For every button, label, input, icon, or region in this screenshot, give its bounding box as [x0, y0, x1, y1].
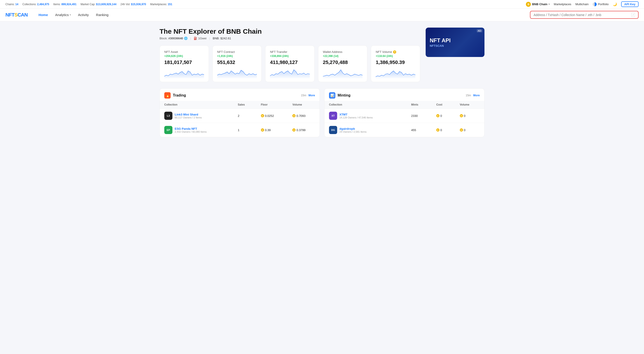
bnb-icon: B	[460, 114, 463, 117]
collection-sub: 24 Owners / 2,581 Items	[340, 130, 366, 133]
collection-sub: 2,432 Owners / 60,080 Items	[175, 130, 206, 133]
ad-sub: NFTSCAN	[430, 44, 480, 47]
floor-cell: B 0.0252	[256, 109, 288, 123]
search-container: /	[530, 11, 638, 19]
portfolio-nav-link[interactable]: Portfolio	[593, 2, 609, 6]
th-floor: Floor	[256, 101, 288, 109]
marketplaces-stat: Marketplaces: 151	[150, 3, 172, 6]
vol-stat: 24h Vol: $15,936,970	[120, 3, 146, 6]
sales-cell: 2	[233, 109, 256, 123]
th-m-mints: Mints	[407, 101, 432, 109]
main-nav: NFTSCAN Home Analytics ▾ Activity Rankin…	[0, 8, 644, 21]
marketplaces-nav-link[interactable]: Marketplaces	[554, 2, 571, 6]
trading-icon: 🔥	[164, 92, 170, 99]
trading-table: Collection Sales Floor Volume L3 Link3 M…	[160, 101, 320, 137]
site-logo[interactable]: NFTSCAN	[6, 12, 28, 18]
th-collection: Collection	[160, 101, 233, 109]
bnb-icon: B	[393, 50, 396, 53]
nav-home[interactable]: Home	[38, 12, 48, 18]
mints-cell: 455	[407, 123, 432, 137]
portfolio-icon	[593, 2, 597, 6]
collection-avatar: L3	[164, 112, 172, 120]
bnb-icon: B	[436, 114, 440, 117]
bnb-icon: B	[292, 114, 296, 117]
dark-mode-toggle[interactable]: 🌙	[613, 2, 617, 6]
collection-name[interactable]: XTMT	[340, 113, 373, 116]
bnb-chain-icon: B	[526, 2, 531, 7]
top-bar: Chains: 14 Collections: 2,484,975 Items:…	[0, 0, 644, 8]
hero-row: The NFT Explorer of BNB Chain Block: #30…	[160, 27, 484, 88]
m-volume-cell: B 0	[455, 123, 484, 137]
search-shortcut: /	[631, 13, 635, 17]
trading-section: 🔥 Trading 15m More Collection Sales Floo…	[160, 88, 320, 137]
stat-card-nft-asset: NFT Asset +204,626 (24h) 181,017,507	[160, 45, 209, 82]
minting-interval: 15m	[466, 94, 471, 97]
minting-header: 📊 Minting 15m More	[324, 89, 484, 101]
chains-stat: Chains: 14	[6, 3, 18, 6]
th-m-volume: Volume	[455, 101, 484, 109]
table-row: L3 Link3 Mini Shard 60,117 Owners / 2 It…	[160, 109, 320, 123]
search-input[interactable]	[534, 13, 631, 17]
cost-cell: B 0	[432, 123, 455, 137]
trading-table-header-row: Collection Sales Floor Volume	[160, 101, 320, 109]
minting-table-header-row: Collection Mints Cost Volume	[324, 101, 484, 109]
stat-card-nft-volume: NFT Volume B +118.64 (24h) 1,386,950.39	[371, 45, 420, 82]
nav-activity[interactable]: Activity	[78, 12, 89, 18]
bnb-icon: B	[292, 128, 296, 132]
marketcap-stat: Market Cap: $13,609,929,144	[80, 3, 116, 6]
chart-nft-asset	[164, 68, 204, 78]
cost-cell: B 0	[432, 109, 455, 123]
collection-name[interactable]: dgairdropb	[340, 127, 366, 130]
nav-ranking[interactable]: Ranking	[96, 12, 108, 18]
trading-header: 🔥 Trading 15m More	[160, 89, 320, 101]
stats-area: The NFT Explorer of BNB Chain Block: #30…	[160, 27, 420, 88]
th-sales: Sales	[233, 101, 256, 109]
page-title: The NFT Explorer of BNB Chain	[160, 27, 420, 35]
tables-row: 🔥 Trading 15m More Collection Sales Floo…	[160, 88, 484, 137]
chart-nft-volume	[376, 68, 416, 78]
volume-cell: B 0.3799	[288, 123, 320, 137]
minting-title: Minting	[338, 93, 464, 97]
collection-name[interactable]: ESG Panda NFT	[175, 127, 206, 130]
api-key-button[interactable]: API Key	[621, 1, 638, 7]
trading-more-link[interactable]: More	[308, 94, 315, 97]
trading-title: Trading	[173, 93, 299, 97]
stat-card-wallet-address: Wallet Address +22,398 (1d) 25,270,488	[318, 45, 368, 82]
stat-cards: NFT Asset +204,626 (24h) 181,017,507 NFT…	[160, 45, 420, 82]
collection-sub: 60,117 Owners / 2 Items	[175, 116, 202, 119]
sales-cell: 1	[233, 123, 256, 137]
nav-analytics[interactable]: Analytics ▾	[55, 12, 71, 18]
th-m-cost: Cost	[432, 101, 455, 109]
stat-card-nft-contract: NFT Contract +1,916 (24h) 551,632	[212, 45, 262, 82]
floor-cell: B 0.39	[256, 123, 288, 137]
collection-avatar: EP	[164, 126, 172, 134]
mints-cell: 2330	[407, 109, 432, 123]
multichain-nav-link[interactable]: Multichain	[576, 2, 589, 6]
chart-nft-transfer	[270, 68, 310, 78]
collection-avatar: DG	[329, 126, 337, 134]
chevron-down-icon: ▾	[548, 3, 550, 5]
th-volume: Volume	[288, 101, 320, 109]
collection-name[interactable]: Link3 Mini Shard	[175, 113, 202, 116]
bnb-icon: B	[436, 128, 440, 132]
minting-section: 📊 Minting 15m More Collection Mints Cost…	[324, 88, 484, 137]
bnb-icon: B	[261, 114, 264, 117]
top-bar-right: B BNB Chain ▾ Marketplaces Multichain Po…	[526, 1, 638, 7]
table-row: XT XTMT 14,128 Owners / 47,546 Items 233…	[324, 109, 484, 123]
bnb-icon: B	[261, 128, 264, 132]
block-info: Block: #30036640 🌐 | ⛽ 1Gwei | BNB: $242…	[160, 37, 420, 40]
th-m-collection: Collection	[324, 101, 407, 109]
minting-icon: 📊	[329, 92, 335, 99]
collections-stat: Collections: 2,484,975	[22, 3, 49, 6]
m-volume-cell: B 0	[455, 109, 484, 123]
bnb-chain-selector[interactable]: B BNB Chain ▾	[526, 2, 550, 7]
minting-table: Collection Mints Cost Volume XT XTMT 14,…	[324, 101, 484, 137]
table-row: EP ESG Panda NFT 2,432 Owners / 60,080 I…	[160, 123, 320, 137]
collection-sub: 14,128 Owners / 47,546 Items	[340, 116, 373, 119]
minting-more-link[interactable]: More	[473, 94, 480, 97]
trading-interval: 15m	[301, 94, 306, 97]
ad-banner[interactable]: AD NFT API NFTSCAN	[426, 27, 484, 57]
ad-label: AD	[477, 29, 482, 32]
bnb-icon: B	[460, 128, 463, 132]
ad-title: NFT API	[430, 37, 480, 44]
